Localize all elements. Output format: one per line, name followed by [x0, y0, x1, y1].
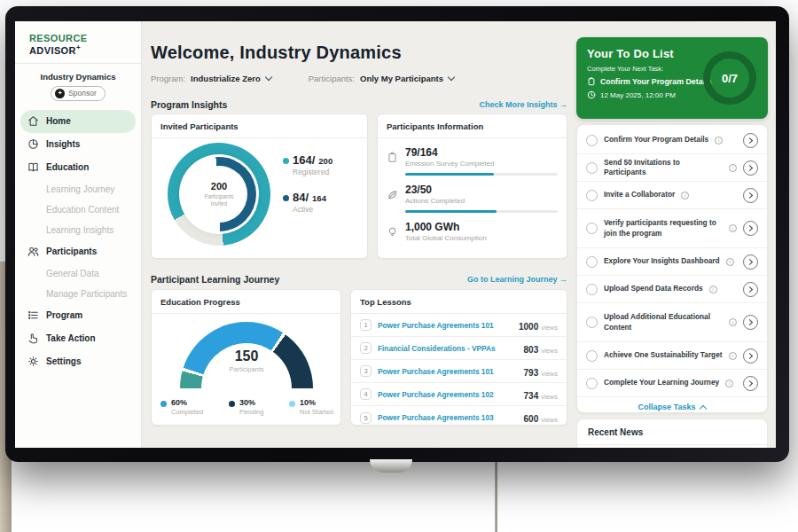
task-open-button[interactable] [743, 160, 758, 176]
progress-track [405, 173, 558, 176]
logo-word-advisor: ADVISOR+ [29, 45, 81, 56]
participants-information-card: Participants Information 79/164 Emission… [377, 113, 567, 259]
progress-fill [405, 173, 494, 176]
chevron-up-icon [700, 404, 707, 411]
task-open-button[interactable] [743, 188, 758, 203]
sidebar-item-education-content[interactable]: Education Content [15, 200, 141, 220]
legend-registered: 164/ 200 Registered [283, 153, 332, 176]
task-checkbox[interactable] [586, 284, 598, 295]
task-open-button[interactable] [743, 376, 758, 391]
app-logo[interactable]: RESOURCE ADVISOR+ [15, 21, 141, 64]
task-checkbox[interactable] [586, 223, 598, 234]
sidebar-item-settings[interactable]: Settings [15, 350, 141, 373]
lesson-rank: 5 [360, 412, 372, 424]
consumption-icon [387, 226, 398, 238]
legend-dot [289, 401, 295, 407]
card-title: Education Progress [152, 290, 340, 314]
task-open-button[interactable] [743, 282, 758, 297]
education-gauge-chart: 150 Participants [180, 322, 313, 389]
sponsor-badge: ✦ Sponsor [51, 86, 106, 101]
sidebar-item-insights[interactable]: Insights [15, 133, 141, 156]
progress-fill [405, 210, 497, 213]
survey-icon [387, 152, 398, 163]
task-row: Confirm Your Program Details i [577, 127, 767, 154]
info-icon[interactable]: i [681, 192, 689, 200]
sidebar: RESOURCE ADVISOR+ Industry Dynamics ✦ Sp… [15, 21, 142, 448]
task-open-button[interactable] [743, 221, 758, 236]
info-icon[interactable]: i [729, 224, 737, 232]
task-checkbox[interactable] [586, 378, 598, 389]
progress-track [405, 210, 558, 213]
arrow-right-icon: → [559, 100, 567, 109]
sidebar-item-manage-participants[interactable]: Manage Participants [15, 284, 141, 304]
page-title: Welcome, Industry Dynamics [151, 43, 402, 63]
home-icon [27, 115, 39, 127]
info-icon[interactable]: i [729, 352, 737, 360]
sponsor-label: Sponsor [68, 89, 97, 98]
sidebar-menu: Home Insights Education Learning Journey… [15, 110, 141, 373]
go-to-learning-journey-link[interactable]: Go to Learning Journey → [467, 275, 567, 284]
gauge-center-label: Participants [180, 365, 313, 373]
lesson-link[interactable]: Power Purchase Agreements 101 [378, 367, 518, 376]
todo-progress-ring: 0/7 [703, 51, 756, 105]
info-icon[interactable]: i [715, 137, 723, 145]
sidebar-item-take-action[interactable]: Take Action [15, 327, 141, 350]
gear-icon [27, 356, 39, 367]
legend-dot [160, 401, 167, 407]
check-more-insights-link[interactable]: Check More Insights → [479, 100, 567, 109]
sidebar-item-home[interactable]: Home [20, 110, 136, 133]
info-icon[interactable]: i [725, 379, 733, 387]
donut-center-label: Participants Invited [197, 193, 241, 207]
task-checkbox[interactable] [586, 190, 598, 201]
invited-donut-chart: 200 Participants Invited [168, 143, 270, 246]
task-open-button[interactable] [743, 133, 758, 148]
arrow-right-icon: → [559, 275, 567, 284]
task-checkbox[interactable] [586, 162, 598, 174]
lesson-link[interactable]: Power Purchase Agreements 103 [378, 413, 518, 422]
collapse-tasks-link[interactable]: Collapse Tasks [577, 397, 767, 417]
info-icon[interactable]: i [726, 258, 734, 266]
lesson-rank: 3 [360, 365, 372, 377]
sidebar-item-program[interactable]: Program [15, 304, 141, 327]
chevron-down-icon [448, 74, 455, 81]
task-open-button[interactable] [743, 348, 758, 364]
gauge-legend: 60% Completed 30% Pending 10% Not Starte… [160, 398, 333, 416]
recent-news-title: Recent News [577, 419, 767, 445]
info-icon[interactable]: i [709, 286, 717, 293]
lesson-rank: 1 [360, 319, 372, 331]
card-title: Invited Participants [152, 114, 367, 138]
gauge-center-value: 150 [180, 348, 313, 364]
task-open-button[interactable] [743, 315, 758, 330]
sidebar-item-education[interactable]: Education [15, 156, 141, 179]
task-row: Upload Additional Educational Content i [577, 303, 767, 342]
lesson-rank: 2 [360, 342, 372, 354]
sponsor-icon: ✦ [55, 89, 65, 98]
invited-participants-card: Invited Participants 200 Participants In… [151, 113, 368, 259]
todo-summary-panel: Your To Do List Complete Your Next Task:… [576, 37, 768, 119]
lesson-link[interactable]: Power Purchase Agreements 102 [378, 390, 518, 399]
info-icon[interactable]: i [729, 164, 737, 172]
sidebar-item-participants[interactable]: Participants [15, 240, 141, 263]
sidebar-item-general-data[interactable]: General Data [15, 263, 141, 284]
sidebar-item-learning-insights[interactable]: Learning Insights [15, 220, 141, 240]
lesson-link[interactable]: Power Purchase Agreements 101 [378, 321, 512, 330]
program-insights-header: Program Insights Check More Insights → [151, 99, 567, 110]
task-checkbox[interactable] [586, 135, 598, 146]
task-checkbox[interactable] [586, 317, 598, 328]
program-dropdown[interactable]: Program: Industrialize Zero [151, 74, 271, 83]
sidebar-item-learning-journey[interactable]: Learning Journey [15, 179, 141, 200]
task-row: Verify participants requesting to join t… [577, 209, 767, 248]
task-open-button[interactable] [743, 254, 758, 270]
info-icon[interactable]: i [729, 318, 737, 326]
lesson-row: 1 Power Purchase Agreements 101 1000view… [351, 314, 567, 337]
participants-dropdown[interactable]: Participants: Only My Participants [309, 74, 454, 83]
task-checkbox[interactable] [586, 256, 598, 268]
chevron-down-icon [264, 74, 271, 81]
recent-news-card: Recent News [576, 419, 768, 448]
insights-icon [27, 138, 39, 150]
clock-icon [587, 90, 596, 99]
task-checkbox[interactable] [586, 350, 598, 362]
legend-dot [283, 158, 289, 164]
task-row: Upload Spend Data Records i [577, 276, 767, 303]
lesson-link[interactable]: Financial Considerations - VPPAs [378, 344, 518, 353]
